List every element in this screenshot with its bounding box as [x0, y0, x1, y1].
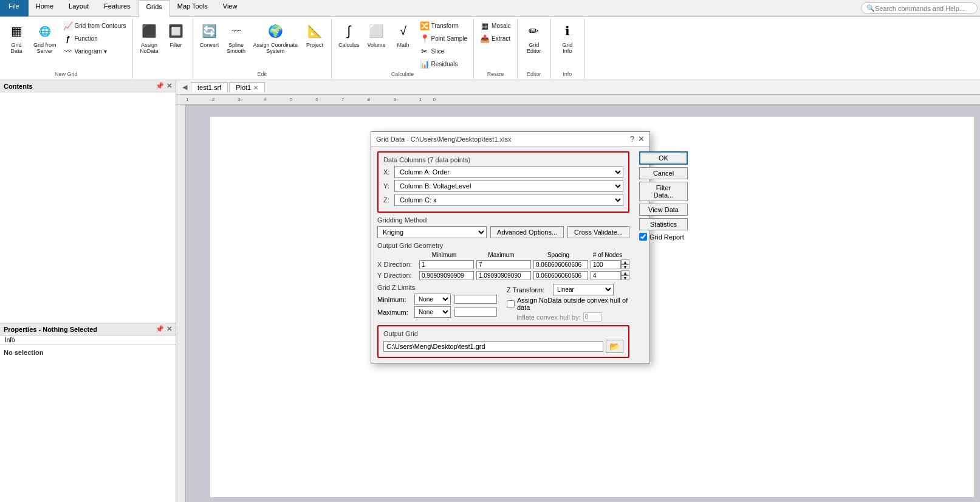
z-column-select[interactable]: Column A: Order Column B: VoltageLevel C…	[394, 194, 623, 206]
math-button[interactable]: √ Math	[391, 19, 416, 50]
filter-data-button[interactable]: Filter Data...	[639, 182, 688, 201]
tab-grids[interactable]: Grids	[139, 0, 170, 17]
function-label: Function	[75, 35, 98, 42]
tab-file[interactable]: File	[0, 0, 29, 16]
dialog-close-icon[interactable]: ✕	[638, 134, 645, 143]
sidebar-close-icon[interactable]: ✕	[166, 82, 172, 90]
mosaic-icon: ▦	[480, 21, 490, 30]
sidebar-header-icons: 📌 ✕	[156, 82, 172, 90]
tab-features[interactable]: Features	[97, 0, 138, 16]
output-browse-button[interactable]: 📂	[606, 340, 623, 353]
x-spacing-input[interactable]	[533, 260, 588, 269]
tab-test1-srf[interactable]: test1.srf	[191, 82, 228, 92]
point-sample-button[interactable]: 📍 Point Sample	[417, 32, 470, 44]
slice-button[interactable]: ✂ Slice	[417, 45, 470, 57]
ribbon-tab-bar: File Home Layout Features Grids Map Tool…	[0, 0, 980, 17]
assign-nodata-checkbox[interactable]	[507, 300, 515, 308]
zlimits-ztransform-row: Grid Z Limits Minimum: None	[377, 284, 629, 323]
project-button[interactable]: 📐 Project	[302, 19, 327, 50]
filter-button[interactable]: 🔲 Filter	[163, 19, 189, 50]
assign-nodata-button[interactable]: ⬛ AssignNoData	[137, 19, 162, 56]
mosaic-button[interactable]: ▦ Mosaic	[478, 19, 513, 32]
x-max-input[interactable]	[476, 260, 531, 269]
tab-view[interactable]: View	[216, 0, 245, 16]
tab-nav-left[interactable]: ◀	[179, 82, 191, 92]
ztransform-select[interactable]: Linear	[553, 284, 614, 295]
edit-group-label: Edit	[258, 70, 267, 77]
tab-map-tools[interactable]: Map Tools	[170, 0, 216, 16]
statistics-button[interactable]: Statistics	[639, 218, 688, 230]
z-max-value-input[interactable]	[454, 308, 497, 317]
dialog-right-buttons: OK Cancel Filter Data... View Data Stati…	[639, 151, 688, 358]
point-sample-label: Point Sample	[431, 35, 467, 42]
sidebar-bottom-pin-icon[interactable]: 📌	[156, 325, 164, 333]
y-max-input[interactable]	[476, 271, 531, 280]
tab-plot1-close[interactable]: ✕	[253, 84, 258, 91]
new-grid-group-label: New Grid	[55, 70, 78, 77]
ribbon-group-info: ℹ GridInfo Info	[551, 18, 584, 78]
convert-button[interactable]: 🔄 Convert	[197, 19, 222, 50]
gridding-method-select[interactable]: Kriging	[377, 226, 487, 238]
grid-from-server-button[interactable]: 🌐 Grid fromServer	[30, 19, 60, 56]
slice-label: Slice	[431, 48, 445, 55]
y-nodes-spinner[interactable]: ▲ ▼	[621, 270, 629, 280]
cancel-button[interactable]: Cancel	[639, 167, 688, 179]
cross-validate-button[interactable]: Cross Validate...	[567, 226, 629, 238]
y-spacing-input[interactable]	[533, 271, 588, 280]
tab-home[interactable]: Home	[29, 0, 61, 16]
z-min-value-input[interactable]	[454, 295, 497, 304]
grid-report-label: Grid Report	[649, 233, 684, 241]
grid-info-button[interactable]: ℹ GridInfo	[555, 19, 580, 56]
inflate-input[interactable]	[583, 312, 601, 321]
function-button[interactable]: ƒ Function	[61, 32, 129, 44]
sidebar-pin-icon[interactable]: 📌	[156, 82, 164, 90]
method-row: Kriging Advanced Options... Cross Valida…	[377, 226, 629, 238]
variogram-button[interactable]: 〰 Variogram ▾	[61, 45, 129, 57]
x-min-input[interactable]	[419, 260, 474, 269]
transform-icon: 🔀	[420, 21, 430, 30]
grid-data-button[interactable]: ▦ GridData	[4, 19, 29, 56]
y-nodes-down[interactable]: ▼	[621, 275, 629, 280]
extract-button[interactable]: 📤 Extract	[478, 32, 513, 44]
y-column-select[interactable]: Column A: Order Column B: VoltageLevel C…	[394, 180, 623, 192]
assign-coord-system-button[interactable]: 🌍 Assign CoordinateSystem	[250, 19, 301, 56]
x-nodes-up[interactable]: ▲	[621, 260, 629, 264]
tab-plot1[interactable]: Plot1 ✕	[229, 82, 265, 92]
view-data-button[interactable]: View Data	[639, 204, 688, 216]
sidebar-header: Contents 📌 ✕	[0, 80, 176, 92]
transform-button[interactable]: 🔀 Transform	[417, 19, 470, 32]
sidebar-bottom-tab[interactable]: Info	[0, 335, 176, 345]
x-direction-row: X Direction: ▲ ▼	[377, 260, 629, 269]
y-nodes-input[interactable]	[591, 271, 621, 280]
x-nodes-input[interactable]	[591, 260, 621, 269]
search-input[interactable]	[875, 5, 972, 12]
search-box[interactable]: 🔍	[861, 2, 978, 14]
output-path-input[interactable]	[383, 341, 603, 352]
y-min-input[interactable]	[419, 271, 474, 280]
grid-from-contours-button[interactable]: 📈 Grid from Contours	[61, 19, 129, 32]
tab-layout[interactable]: Layout	[61, 0, 97, 16]
ribbon-items-assign: ⬛ AssignNoData 🔲 Filter	[137, 19, 189, 56]
residuals-button[interactable]: 📊 Residuals	[417, 58, 470, 70]
ok-button[interactable]: OK	[639, 151, 688, 165]
residuals-icon: 📊	[420, 59, 430, 69]
x-nodes-spinner[interactable]: ▲ ▼	[621, 260, 629, 269]
advanced-options-button[interactable]: Advanced Options...	[490, 226, 564, 238]
x-nodes-down[interactable]: ▼	[621, 264, 629, 269]
x-column-select[interactable]: Column A: Order Column B: VoltageLevel C…	[394, 166, 623, 178]
dialog-help-icon[interactable]: ?	[630, 134, 634, 143]
sidebar-bottom-close-icon[interactable]: ✕	[166, 325, 172, 333]
calculus-button[interactable]: ∫ Calculus	[335, 19, 363, 50]
grid-editor-button[interactable]: ✏ GridEditor	[521, 19, 547, 56]
ribbon-group-calculate: ∫ Calculus ⬜ Volume √ Math 🔀 Transform	[332, 18, 474, 78]
tab-test1-srf-label: test1.srf	[197, 84, 221, 91]
volume-button[interactable]: ⬜ Volume	[364, 19, 389, 50]
assign-nodata-row: Assign NoData outside convex hull of dat…	[507, 297, 629, 311]
y-nodes-up[interactable]: ▲	[621, 270, 629, 275]
z-max-select[interactable]: None	[414, 306, 451, 318]
spline-smooth-button[interactable]: 〰 SplineSmooth	[224, 19, 249, 56]
z-min-select[interactable]: None	[414, 294, 451, 305]
extract-label: Extract	[492, 35, 510, 42]
ribbon-items-info: ℹ GridInfo	[555, 19, 580, 56]
grid-report-checkbox[interactable]	[639, 233, 647, 241]
